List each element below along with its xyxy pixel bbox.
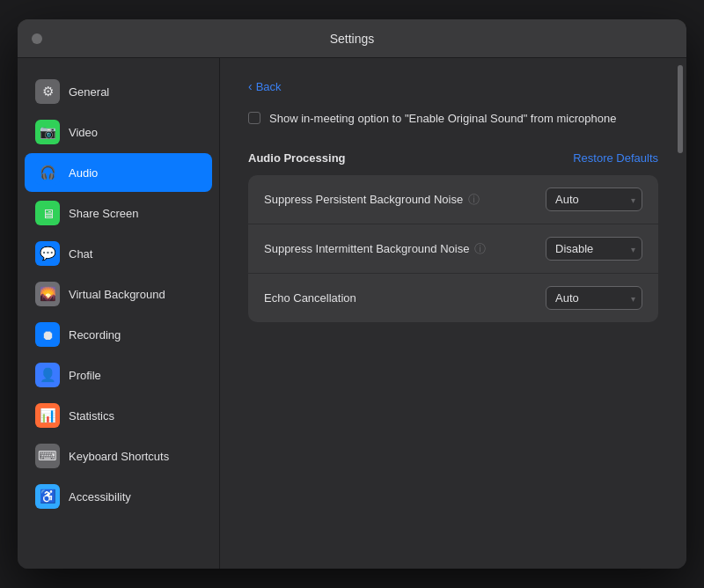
select-wrap-2: AutoEnableDisable▾ — [546, 286, 642, 310]
keyboard-shortcuts-icon: ⌨ — [35, 444, 60, 468]
audio-processing-panel: Suppress Persistent Background NoiseⓘAut… — [248, 175, 658, 322]
select-0[interactable]: AutoEnableDisable — [546, 187, 642, 211]
sidebar-item-video[interactable]: 📷Video — [25, 113, 212, 151]
sidebar-item-label-profile: Profile — [69, 369, 101, 382]
window-title: Settings — [330, 32, 375, 46]
settings-window: Settings ⚙General📷Video🎧Audio🖥Share Scre… — [18, 19, 686, 569]
audio-row-text-0: Suppress Persistent Background Noise — [264, 193, 463, 206]
video-icon: 📷 — [35, 120, 60, 144]
sidebar-item-label-accessibility: Accessibility — [69, 490, 131, 503]
sidebar-item-label-chat: Chat — [69, 247, 92, 261]
sidebar-item-accessibility[interactable]: ♿Accessibility — [25, 477, 212, 516]
scrollbar-track — [678, 65, 683, 562]
audio-row-text-1: Suppress Intermittent Background Noise — [264, 242, 469, 255]
scrollbar-thumb[interactable] — [678, 65, 683, 153]
back-chevron-icon: ‹ — [248, 79, 253, 93]
select-2[interactable]: AutoEnableDisable — [546, 286, 642, 310]
restore-defaults-button[interactable]: Restore Defaults — [573, 151, 658, 165]
info-icon-1[interactable]: ⓘ — [474, 241, 486, 257]
sidebar-item-label-recording: Recording — [69, 328, 121, 342]
sidebar-item-share-screen[interactable]: 🖥Share Screen — [25, 194, 212, 232]
back-label: Back — [256, 80, 282, 93]
profile-icon: 👤 — [35, 363, 60, 387]
audio-row-label-1: Suppress Intermittent Background Noiseⓘ — [264, 241, 486, 257]
select-wrap-1: AutoEnableDisable▾ — [546, 237, 642, 261]
audio-row-2: Echo CancellationAutoEnableDisable▾ — [248, 274, 658, 322]
sidebar-item-profile[interactable]: 👤Profile — [25, 356, 212, 394]
sidebar-item-chat[interactable]: 💬Chat — [25, 234, 212, 273]
sidebar: ⚙General📷Video🎧Audio🖥Share Screen💬Chat🌄V… — [18, 58, 220, 569]
accessibility-icon: ♿ — [35, 484, 60, 509]
original-sound-label: Show in-meeting option to "Enable Origin… — [269, 111, 616, 127]
audio-row-text-2: Echo Cancellation — [264, 291, 356, 305]
sidebar-item-recording[interactable]: ⏺Recording — [25, 315, 212, 354]
sidebar-item-general[interactable]: ⚙General — [25, 72, 212, 111]
select-1[interactable]: AutoEnableDisable — [546, 237, 642, 261]
audio-icon: 🎧 — [35, 160, 60, 185]
audio-processing-title: Audio Processing — [248, 151, 346, 165]
sidebar-item-label-keyboard-shortcuts: Keyboard Shortcuts — [69, 450, 169, 463]
sidebar-item-label-statistics: Statistics — [69, 409, 114, 423]
audio-processing-header: Audio Processing Restore Defaults — [248, 151, 658, 165]
titlebar: Settings — [18, 19, 686, 58]
info-icon-0[interactable]: ⓘ — [468, 192, 480, 208]
sidebar-item-label-share-screen: Share Screen — [69, 207, 139, 220]
select-wrap-0: AutoEnableDisable▾ — [546, 187, 642, 211]
content-area: ⚙General📷Video🎧Audio🖥Share Screen💬Chat🌄V… — [18, 58, 686, 569]
statistics-icon: 📊 — [35, 403, 60, 428]
sidebar-item-label-video: Video — [69, 126, 98, 139]
main-panel: ‹ Back Show in-meeting option to "Enable… — [220, 58, 686, 569]
recording-icon: ⏺ — [35, 322, 60, 347]
traffic-light-button[interactable] — [32, 33, 42, 44]
general-icon: ⚙ — [35, 79, 60, 104]
original-sound-checkbox[interactable] — [248, 112, 260, 124]
sidebar-item-label-general: General — [69, 85, 109, 99]
chat-icon: 💬 — [35, 241, 60, 266]
sidebar-item-audio[interactable]: 🎧Audio — [25, 153, 212, 192]
sidebar-item-label-virtual-background: Virtual Background — [69, 288, 165, 301]
audio-row-label-0: Suppress Persistent Background Noiseⓘ — [264, 192, 480, 208]
sidebar-item-virtual-background[interactable]: 🌄Virtual Background — [25, 275, 212, 313]
sidebar-item-label-audio: Audio — [69, 166, 98, 180]
audio-row-1: Suppress Intermittent Background NoiseⓘA… — [248, 224, 658, 274]
back-button[interactable]: ‹ Back — [248, 79, 658, 93]
virtual-background-icon: 🌄 — [35, 282, 60, 306]
audio-row-0: Suppress Persistent Background NoiseⓘAut… — [248, 175, 658, 224]
sidebar-item-keyboard-shortcuts[interactable]: ⌨Keyboard Shortcuts — [25, 437, 212, 475]
original-sound-row: Show in-meeting option to "Enable Origin… — [248, 111, 658, 127]
share-screen-icon: 🖥 — [35, 201, 60, 225]
sidebar-item-statistics[interactable]: 📊Statistics — [25, 396, 212, 435]
audio-row-label-2: Echo Cancellation — [264, 291, 356, 305]
